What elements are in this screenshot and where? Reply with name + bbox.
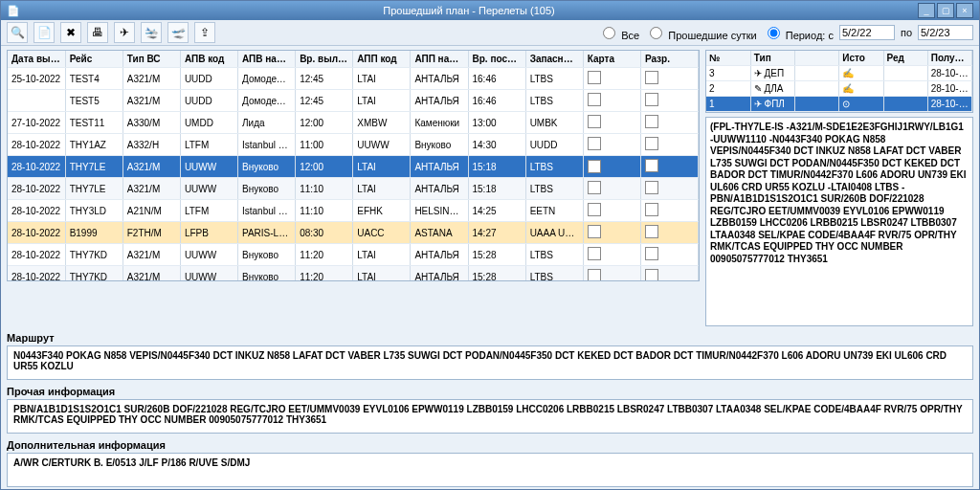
perm-checkbox[interactable] (645, 181, 658, 194)
fpl-text-panel[interactable]: (FPL-THY7LE-IS -A321/M-SDE1E2E3FGHIJ1RWY… (705, 117, 973, 326)
export-icon[interactable]: ⇪ (194, 22, 215, 43)
extra-label: Дополнительная информация (7, 439, 973, 451)
map-checkbox[interactable] (588, 269, 601, 281)
app-icon: 📄 (7, 5, 20, 17)
maximize-button[interactable]: ▢ (937, 3, 954, 18)
col-header[interactable]: Рейс (65, 51, 122, 68)
table-row[interactable]: 28-10-2022THY1AZA332/HLTFMIstanbul Haval… (8, 134, 699, 156)
route-box[interactable]: N0443F340 POKAG N858 VEPIS/N0445F340 DCT… (7, 345, 973, 380)
filter-prev-day[interactable]: Прошедшие сутки (645, 24, 756, 41)
print-icon[interactable]: 🖶 (87, 22, 108, 43)
other-box[interactable]: PBN/A1B1D1S1S2O1C1 SUR/260B DOF/221028 R… (7, 399, 973, 434)
table-row[interactable]: 28-10-2022THY7KDA321/MUUWWВнуково11:20LT… (8, 244, 699, 266)
col-header[interactable]: Карта (583, 51, 640, 68)
table-row[interactable]: 25-10-2022TEST4A321/MUUDDДомодедово12:45… (8, 68, 699, 90)
col-header[interactable]: АПП наименование (411, 51, 468, 68)
map-checkbox[interactable] (588, 160, 601, 173)
map-checkbox[interactable] (588, 225, 601, 238)
titlebar: 📄 Прошедший план - Перелеты (105) _ ▢ × (1, 1, 979, 20)
map-checkbox[interactable] (588, 71, 601, 84)
col-header[interactable]: Запасные АП (525, 51, 583, 68)
table-row[interactable]: TEST5A321/MUUDDДомодедово12:45LTAIАНТАЛЬ… (8, 90, 699, 112)
msg-row[interactable]: 2✎ ДЛА✍28-10-2022 10:39:43 (706, 81, 972, 97)
msg-col[interactable]: Ред (883, 51, 927, 66)
route-label: Маршрут (7, 332, 973, 344)
map-checkbox[interactable] (588, 247, 601, 260)
col-header[interactable]: Разр. (640, 51, 698, 68)
msg-col[interactable]: Тип (750, 51, 794, 66)
perm-checkbox[interactable] (645, 71, 658, 84)
window-title: Прошедший план - Перелеты (105) (20, 5, 918, 16)
perm-checkbox[interactable] (645, 93, 658, 106)
map-checkbox[interactable] (588, 115, 601, 128)
msg-col[interactable]: № (706, 51, 750, 66)
col-header[interactable]: АПВ код (180, 51, 237, 68)
table-row[interactable]: 28-10-2022THY3LDA21N/MLTFMIstanbul Haval… (8, 200, 699, 222)
filter-period[interactable]: Период: с (763, 24, 834, 41)
msg-col[interactable]: Исто (839, 51, 883, 66)
toolbar: 🔍 📄 ✖ 🖶 ✈ 🛬 🛫 ⇪ Все Прошедшие сутки Пери… (1, 20, 979, 46)
other-label: Прочая информация (7, 386, 973, 397)
extra-box[interactable]: A/WR C/ERTURK B. E/0513 J/LF P/186 R/UVE… (7, 453, 973, 487)
map-checkbox[interactable] (588, 181, 601, 194)
perm-checkbox[interactable] (645, 203, 658, 216)
perm-checkbox[interactable] (645, 137, 658, 150)
col-header[interactable]: АПВ наименование (238, 51, 296, 68)
plane-dep-icon[interactable]: ✈ (114, 22, 135, 43)
date-from-input[interactable] (839, 25, 895, 40)
filter-panel: Все Прошедшие сутки Период: с по (598, 24, 973, 41)
plane-alt-icon[interactable]: 🛫 (167, 22, 189, 43)
table-row[interactable]: 28-10-2022B1999F2TH/MLFPBPARIS-LE BOURGE… (8, 222, 699, 244)
map-checkbox[interactable] (588, 137, 601, 150)
delete-icon[interactable]: ✖ (60, 22, 81, 43)
col-header[interactable]: Вр. посадки (468, 51, 525, 68)
table-row[interactable]: 28-10-2022THY7KDA321/MUUWWВнуково11:20LT… (8, 266, 699, 282)
minimize-button[interactable]: _ (918, 3, 935, 18)
perm-checkbox[interactable] (645, 159, 658, 172)
search-icon[interactable]: 🔍 (7, 22, 28, 43)
date-sep: по (901, 27, 912, 38)
msg-col[interactable]: Получен (927, 51, 971, 66)
col-header[interactable]: Дата вылета (8, 51, 65, 68)
flights-grid[interactable]: Дата вылетаРейсТип ВСАПВ кодАПВ наименов… (7, 50, 700, 281)
close-button[interactable]: × (956, 3, 973, 18)
plane-arr-icon[interactable]: 🛬 (141, 22, 162, 43)
app-window: 📄 Прошедший план - Перелеты (105) _ ▢ × … (0, 0, 980, 490)
perm-checkbox[interactable] (645, 225, 658, 238)
msg-col[interactable] (795, 51, 839, 66)
col-header[interactable]: Тип ВС (122, 51, 180, 68)
msg-row[interactable]: 3✈ ДЕП✍28-10-2022 10:40:17 (706, 66, 972, 81)
table-row[interactable]: 28-10-2022THY7LEA321/MUUWWВнуково11:10LT… (8, 178, 699, 200)
perm-checkbox[interactable] (645, 269, 658, 281)
perm-checkbox[interactable] (645, 247, 658, 260)
msg-row[interactable]: 1✈ ФПЛ⊙28-10-2022 09:12:12 (706, 97, 972, 112)
messages-grid[interactable]: №ТипИстоРедПолучен3✈ ДЕП✍28-10-2022 10:4… (705, 50, 973, 113)
perm-checkbox[interactable] (645, 115, 658, 128)
col-header[interactable]: АПП код (353, 51, 411, 68)
map-checkbox[interactable] (588, 203, 601, 216)
date-to-input[interactable] (918, 25, 973, 40)
col-header[interactable]: Вр. вылета (296, 51, 353, 68)
table-row[interactable]: 28-10-2022THY7LEA321/MUUWWВнуково12:00LT… (8, 156, 699, 178)
filter-all[interactable]: Все (598, 24, 639, 41)
table-row[interactable]: 27-10-2022TEST11A330/MUMDDЛида12:00XMBWК… (8, 112, 699, 134)
map-checkbox[interactable] (588, 93, 601, 106)
copy-icon[interactable]: 📄 (33, 22, 55, 43)
